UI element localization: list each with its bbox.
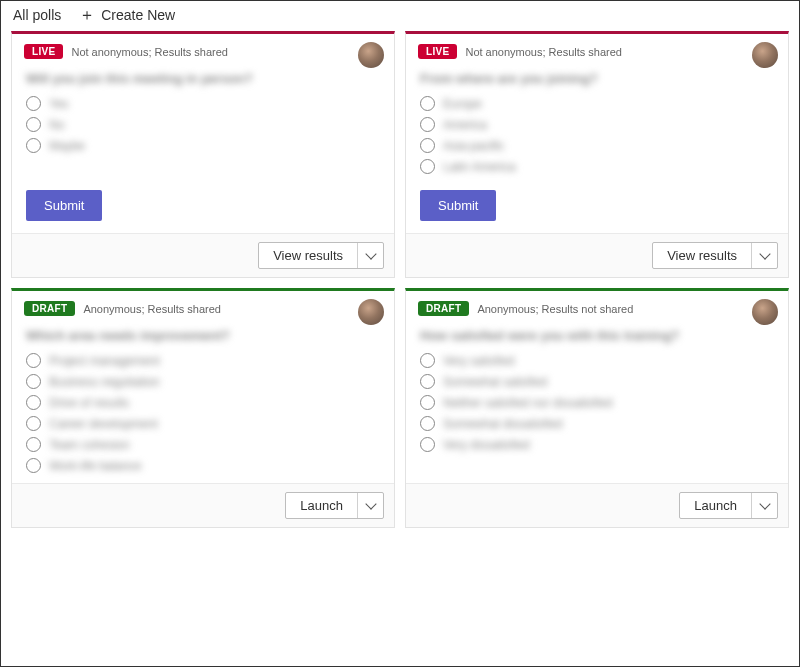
radio-icon	[26, 374, 41, 389]
poll-option[interactable]: Maybe	[26, 138, 380, 153]
option-label: Somewhat satisfied	[443, 375, 547, 389]
poll-body: How satisfied were you with this trainin…	[406, 320, 788, 483]
radio-icon	[26, 437, 41, 452]
submit-button[interactable]: Submit	[26, 190, 102, 221]
poll-body: Which area needs improvement? Project ma…	[12, 320, 394, 483]
radio-icon	[420, 159, 435, 174]
poll-footer: View results	[406, 233, 788, 277]
radio-icon	[26, 458, 41, 473]
view-results-button[interactable]: View results	[259, 243, 357, 268]
poll-options: Very satisfied Somewhat satisfied Neithe…	[420, 353, 774, 452]
option-label: Asia-pacific	[443, 139, 504, 153]
page-title: All polls	[13, 7, 61, 23]
poll-meta: Anonymous; Results not shared	[477, 303, 633, 315]
option-label: Drive of results	[49, 396, 129, 410]
poll-option[interactable]: Business negotiation	[26, 374, 380, 389]
submit-button[interactable]: Submit	[420, 190, 496, 221]
option-label: No	[49, 118, 64, 132]
create-new-label: Create New	[101, 7, 175, 23]
poll-question: Will you join this meeting in person?	[26, 71, 380, 86]
poll-card-header: LIVE Not anonymous; Results shared	[12, 34, 394, 63]
poll-option[interactable]: Career development	[26, 416, 380, 431]
radio-icon	[420, 96, 435, 111]
radio-icon	[420, 395, 435, 410]
avatar[interactable]	[358, 42, 384, 68]
poll-option[interactable]: Neither satisfied nor dissatisfied	[420, 395, 774, 410]
option-label: America	[443, 118, 487, 132]
radio-icon	[26, 138, 41, 153]
poll-option[interactable]: Somewhat dissatisfied	[420, 416, 774, 431]
poll-footer: Launch	[406, 483, 788, 527]
poll-option[interactable]: Work-life balance	[26, 458, 380, 473]
option-label: Europe	[443, 97, 482, 111]
poll-option[interactable]: Very satisfied	[420, 353, 774, 368]
dropdown-toggle[interactable]	[751, 493, 777, 518]
poll-card-header: LIVE Not anonymous; Results shared	[406, 34, 788, 63]
poll-options: Project management Business negotiation …	[26, 353, 380, 473]
chevron-down-icon	[365, 498, 376, 509]
poll-option[interactable]: Somewhat satisfied	[420, 374, 774, 389]
option-label: Business negotiation	[49, 375, 160, 389]
chevron-down-icon	[759, 248, 770, 259]
poll-footer: View results	[12, 233, 394, 277]
poll-option[interactable]: Project management	[26, 353, 380, 368]
status-badge: LIVE	[418, 44, 457, 59]
poll-question: Which area needs improvement?	[26, 328, 380, 343]
poll-option[interactable]: Latin America	[420, 159, 774, 174]
poll-option[interactable]: Drive of results	[26, 395, 380, 410]
launch-button[interactable]: Launch	[680, 493, 751, 518]
avatar[interactable]	[358, 299, 384, 325]
plus-icon: ＋	[79, 7, 95, 23]
poll-option[interactable]: Europe	[420, 96, 774, 111]
option-label: Career development	[49, 417, 158, 431]
option-label: Yes	[49, 97, 69, 111]
radio-icon	[26, 353, 41, 368]
poll-option[interactable]: Asia-pacific	[420, 138, 774, 153]
status-badge: DRAFT	[24, 301, 75, 316]
chevron-down-icon	[365, 248, 376, 259]
option-label: Very satisfied	[443, 354, 514, 368]
radio-icon	[26, 395, 41, 410]
dropdown-toggle[interactable]	[357, 493, 383, 518]
create-new-button[interactable]: ＋ Create New	[79, 7, 175, 23]
view-results-split-button: View results	[258, 242, 384, 269]
poll-card: LIVE Not anonymous; Results shared From …	[405, 31, 789, 278]
poll-question: From where are you joining?	[420, 71, 774, 86]
poll-card-header: DRAFT Anonymous; Results shared	[12, 291, 394, 320]
poll-meta: Not anonymous; Results shared	[465, 46, 622, 58]
radio-icon	[420, 353, 435, 368]
poll-card: DRAFT Anonymous; Results not shared How …	[405, 288, 789, 528]
poll-body: Will you join this meeting in person? Ye…	[12, 63, 394, 184]
launch-split-button: Launch	[679, 492, 778, 519]
option-label: Somewhat dissatisfied	[443, 417, 562, 431]
radio-icon	[26, 117, 41, 132]
avatar[interactable]	[752, 42, 778, 68]
option-label: Neither satisfied nor dissatisfied	[443, 396, 612, 410]
option-label: Latin America	[443, 160, 516, 174]
option-label: Maybe	[49, 139, 85, 153]
launch-button[interactable]: Launch	[286, 493, 357, 518]
poll-option[interactable]: America	[420, 117, 774, 132]
chevron-down-icon	[759, 498, 770, 509]
poll-option[interactable]: Yes	[26, 96, 380, 111]
status-badge: DRAFT	[418, 301, 469, 316]
poll-option[interactable]: Team cohesion	[26, 437, 380, 452]
option-label: Team cohesion	[49, 438, 130, 452]
polls-grid: LIVE Not anonymous; Results shared Will …	[1, 27, 799, 538]
launch-split-button: Launch	[285, 492, 384, 519]
view-results-button[interactable]: View results	[653, 243, 751, 268]
poll-card-header: DRAFT Anonymous; Results not shared	[406, 291, 788, 320]
radio-icon	[420, 374, 435, 389]
poll-footer: Launch	[12, 483, 394, 527]
poll-card: DRAFT Anonymous; Results shared Which ar…	[11, 288, 395, 528]
dropdown-toggle[interactable]	[357, 243, 383, 268]
avatar[interactable]	[752, 299, 778, 325]
radio-icon	[26, 416, 41, 431]
dropdown-toggle[interactable]	[751, 243, 777, 268]
poll-option[interactable]: Very dissatisfied	[420, 437, 774, 452]
poll-meta: Anonymous; Results shared	[83, 303, 221, 315]
poll-option[interactable]: No	[26, 117, 380, 132]
radio-icon	[26, 96, 41, 111]
radio-icon	[420, 437, 435, 452]
submit-row: Submit	[12, 184, 394, 233]
